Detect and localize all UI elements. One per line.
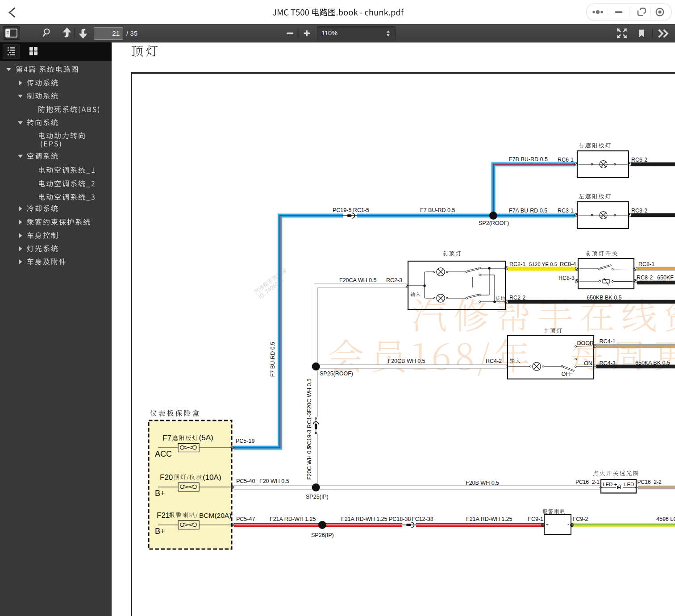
svg-text:RC8-2: RC8-2 <box>637 275 653 281</box>
svg-text:F20C WH 0.5: F20C WH 0.5 <box>306 379 312 412</box>
svg-text:SP2(ROOF): SP2(ROOF) <box>479 220 509 226</box>
svg-text:+: + <box>546 522 549 528</box>
svg-text:F20CB WH 0.5: F20CB WH 0.5 <box>388 358 425 364</box>
svg-text:PC5-47: PC5-47 <box>236 516 255 522</box>
svg-text:RC2-2: RC2-2 <box>509 295 525 301</box>
svg-text:F20C WH 0.5: F20C WH 0.5 <box>306 446 312 480</box>
svg-text:PC5-40: PC5-40 <box>236 478 255 484</box>
svg-text:F21: F21 <box>157 511 170 520</box>
svg-text:F21A RD-WH 1.25: F21A RD-WH 1.25 <box>466 516 512 522</box>
svg-text:FC9-1: FC9-1 <box>528 516 543 522</box>
svg-text:PC16_2-2: PC16_2-2 <box>638 479 662 485</box>
svg-text:ACC: ACC <box>155 450 172 458</box>
svg-text:4596 LG: 4596 LG <box>656 516 675 522</box>
svg-text:(5A): (5A) <box>199 433 213 442</box>
svg-text:RC2-1: RC2-1 <box>509 261 525 267</box>
svg-text:RC6-2: RC6-2 <box>631 157 647 163</box>
svg-text:F20: F20 <box>160 473 173 482</box>
svg-text:RC8-1: RC8-1 <box>638 261 654 267</box>
svg-text:F20CA WH 0.5: F20CA WH 0.5 <box>339 277 376 283</box>
svg-text:PC19-5 RC1-5: PC19-5 RC1-5 <box>333 207 369 213</box>
svg-text:5120 YE 0.5: 5120 YE 0.5 <box>529 262 557 267</box>
svg-text:B+: B+ <box>155 527 165 536</box>
svg-text:RC3-1: RC3-1 <box>558 208 574 214</box>
svg-text:PC18-38: PC18-38 <box>389 516 411 522</box>
svg-text:LED +: LED + <box>603 482 617 487</box>
svg-text:-: - <box>567 521 569 528</box>
svg-text:DOOR: DOOR <box>577 340 594 346</box>
svg-text:FC12-38: FC12-38 <box>412 516 433 522</box>
svg-text:PC19-3 RC1-3: PC19-3 RC1-3 <box>306 412 312 449</box>
svg-text:RC3-2: RC3-2 <box>631 208 647 214</box>
svg-text:F7: F7 <box>162 434 171 442</box>
svg-text:ON: ON <box>584 360 592 366</box>
svg-text:F21A RD-WH 1.25: F21A RD-WH 1.25 <box>341 516 388 522</box>
svg-text:F7A BU-RD 0.5: F7A BU-RD 0.5 <box>509 208 547 214</box>
svg-text:PC16_2-1: PC16_2-1 <box>575 479 600 485</box>
svg-text:OFF: OFF <box>562 371 573 377</box>
svg-text:RC8-3: RC8-3 <box>558 275 575 281</box>
svg-text:RC4-1: RC4-1 <box>600 338 616 345</box>
svg-text:650KF BK: 650KF BK <box>657 275 675 281</box>
svg-text:PC5-19: PC5-19 <box>236 438 254 444</box>
svg-text:BCM(20A): BCM(20A) <box>199 512 231 519</box>
svg-text:RC2-3: RC2-3 <box>386 277 402 283</box>
svg-text:SP26(IP): SP26(IP) <box>311 532 334 538</box>
svg-text:F7 BU-RD 0.5: F7 BU-RD 0.5 <box>270 342 276 377</box>
svg-text:F7B BU-RD 0.5: F7B BU-RD 0.5 <box>509 156 548 162</box>
svg-text:B+: B+ <box>155 489 165 498</box>
svg-text:LED-: LED- <box>624 482 636 487</box>
svg-text:650KA BK 0.5: 650KA BK 0.5 <box>635 360 670 366</box>
svg-text:RC4-2: RC4-2 <box>486 358 502 364</box>
svg-text:SP25(ROOF): SP25(ROOF) <box>320 370 353 377</box>
svg-text:F20B WH 0.5: F20B WH 0.5 <box>466 480 499 486</box>
svg-text:RC4-3: RC4-3 <box>600 360 616 366</box>
svg-text:650KB BK 0.5: 650KB BK 0.5 <box>587 295 622 301</box>
svg-text:RC6-1: RC6-1 <box>558 157 574 163</box>
svg-text:FC9-2: FC9-2 <box>573 516 588 522</box>
svg-text:F20 WH 0.5: F20 WH 0.5 <box>259 478 289 484</box>
svg-text:(10A): (10A) <box>203 473 221 482</box>
svg-text:F21A RD-WH 1.25: F21A RD-WH 1.25 <box>270 516 316 522</box>
svg-text:RC8-4: RC8-4 <box>560 261 576 267</box>
svg-text:F7 BU-RD 0.5: F7 BU-RD 0.5 <box>420 207 455 213</box>
svg-text:SP25(IP): SP25(IP) <box>306 494 329 500</box>
